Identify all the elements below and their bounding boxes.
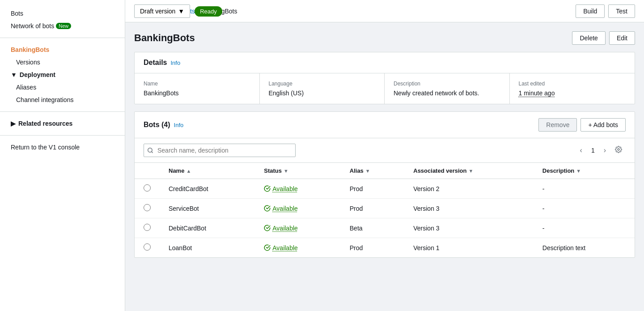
- row-select-cell: [135, 238, 160, 258]
- search-area: ‹ 1 ›: [135, 138, 635, 163]
- remove-button[interactable]: Remove: [538, 118, 577, 132]
- sidebar-item-bots[interactable]: Bots: [0, 7, 125, 20]
- sidebar-network-label: Network of bots: [11, 22, 54, 30]
- bots-count-badge: (4): [161, 121, 170, 128]
- related-chevron-icon: ▶: [11, 120, 16, 127]
- related-resources-label: Related resources: [18, 120, 72, 127]
- bots-info-link[interactable]: Info: [174, 122, 184, 128]
- search-input[interactable]: [144, 144, 296, 157]
- row-alias: Prod: [341, 238, 404, 258]
- th-status[interactable]: Status ▼: [255, 163, 341, 179]
- sidebar: Bots Network of bots New BankingBots Ver…: [0, 0, 125, 311]
- row-status: Available: [255, 199, 341, 218]
- detail-name-value: BankingBots: [144, 89, 250, 97]
- topbar: Lex › Network of bots › BankingBots Draf…: [125, 0, 644, 22]
- th-associated-version-label: Associated version: [413, 167, 466, 174]
- add-bots-button[interactable]: + Add bots: [580, 118, 626, 132]
- row-radio-2[interactable]: [144, 224, 151, 231]
- row-name: LoanBot: [160, 238, 255, 258]
- next-page-button[interactable]: ›: [600, 145, 610, 156]
- sidebar-item-banking-bots[interactable]: BankingBots: [0, 43, 125, 56]
- row-version: Version 1: [404, 238, 534, 258]
- available-check-icon: [264, 244, 271, 251]
- bots-card-header: Bots (4) Info Remove + Add bots: [135, 112, 635, 138]
- row-description: -: [534, 179, 635, 199]
- th-name-label: Name: [169, 167, 184, 174]
- detail-name-label: Name: [144, 81, 250, 87]
- row-radio-3[interactable]: [144, 243, 151, 251]
- detail-description-cell: Description Newly created network of bot…: [385, 73, 510, 104]
- detail-last-edited-cell: Last edited 1 minute ago: [510, 73, 635, 104]
- sidebar-divider-2: [0, 111, 125, 112]
- content-area: BankingBots Delete Edit Details Info Nam…: [125, 22, 644, 311]
- pagination-area: ‹ 1 ›: [576, 144, 626, 157]
- bots-header-left: Bots (4) Info: [144, 121, 183, 129]
- detail-language-label: Language: [269, 81, 376, 87]
- settings-icon: [615, 146, 622, 153]
- svg-line-1: [152, 152, 153, 153]
- available-check-icon: [264, 225, 271, 231]
- bots-title: Bots (4): [144, 121, 170, 129]
- prev-page-button[interactable]: ‹: [576, 145, 586, 156]
- build-button[interactable]: Build: [576, 4, 605, 18]
- deployment-chevron-icon: ▼: [11, 71, 17, 78]
- row-description: -: [534, 199, 635, 218]
- row-status: Available: [255, 179, 341, 199]
- sidebar-item-channel-integrations[interactable]: Channel integrations: [0, 94, 125, 106]
- main-area: Lex › Network of bots › BankingBots Draf…: [125, 0, 644, 311]
- row-alias: Prod: [341, 179, 404, 199]
- table-row: CreditCardBot Available Prod Version 2 -: [135, 179, 635, 199]
- row-description: Description text: [534, 238, 635, 258]
- bots-title-label: Bots: [144, 121, 160, 128]
- row-select-cell: [135, 179, 160, 199]
- row-radio-0[interactable]: [144, 184, 151, 192]
- page-number: 1: [588, 145, 598, 156]
- sidebar-item-return-v1[interactable]: Return to the V1 console: [0, 141, 125, 153]
- sidebar-deployment-header[interactable]: ▼ Deployment: [0, 68, 125, 81]
- sidebar-item-aliases[interactable]: Aliases: [0, 81, 125, 94]
- th-alias[interactable]: Alias ▼: [341, 163, 404, 179]
- sidebar-item-network-of-bots[interactable]: Network of bots New: [0, 20, 125, 32]
- sidebar-related-resources-header[interactable]: ▶ Related resources: [0, 117, 125, 130]
- available-check-icon: [264, 205, 271, 212]
- row-version: Version 2: [404, 179, 534, 199]
- edit-button[interactable]: Edit: [609, 31, 635, 45]
- row-radio-1[interactable]: [144, 204, 151, 211]
- status-sort-icon: ▼: [284, 168, 288, 174]
- sidebar-item-versions[interactable]: Versions: [0, 56, 125, 68]
- row-description: -: [534, 218, 635, 238]
- draft-version-button[interactable]: Draft version ▼: [134, 4, 190, 18]
- bots-table: Name ▲ Status ▼: [135, 163, 635, 257]
- status-badge: Ready: [195, 6, 222, 17]
- row-name: ServiceBot: [160, 199, 255, 218]
- details-card-header: Details Info: [135, 52, 635, 73]
- row-name: DebitCardBot: [160, 218, 255, 238]
- svg-point-2: [618, 149, 619, 150]
- details-info-link[interactable]: Info: [170, 60, 180, 66]
- bots-header-right: Remove + Add bots: [538, 118, 626, 132]
- test-button[interactable]: Test: [608, 4, 635, 18]
- alias-sort-icon: ▼: [365, 168, 370, 174]
- delete-button[interactable]: Delete: [572, 31, 605, 45]
- details-card: Details Info Name BankingBots Language E…: [134, 52, 635, 104]
- new-badge: New: [56, 23, 71, 29]
- search-input-wrap: [144, 144, 296, 157]
- name-sort-asc-icon: ▲: [186, 168, 191, 174]
- version-sort-icon: ▼: [468, 168, 473, 174]
- page-title: BankingBots: [134, 32, 195, 44]
- sidebar-divider-1: [0, 38, 125, 38]
- th-select: [135, 163, 160, 179]
- th-status-label: Status: [264, 167, 282, 174]
- detail-name-cell: Name BankingBots: [135, 73, 260, 104]
- available-check-icon: [264, 185, 271, 192]
- row-alias: Beta: [341, 218, 404, 238]
- table-settings-button[interactable]: [611, 144, 626, 157]
- sidebar-divider-3: [0, 135, 125, 136]
- draft-version-chevron-icon: ▼: [178, 8, 184, 15]
- th-associated-version[interactable]: Associated version ▼: [404, 163, 534, 179]
- detail-language-value: English (US): [269, 89, 376, 97]
- topbar-right-actions: Build Test: [576, 4, 635, 18]
- th-description[interactable]: Description ▼: [534, 163, 635, 179]
- table-header-row: Name ▲ Status ▼: [135, 163, 635, 179]
- th-name[interactable]: Name ▲: [160, 163, 255, 179]
